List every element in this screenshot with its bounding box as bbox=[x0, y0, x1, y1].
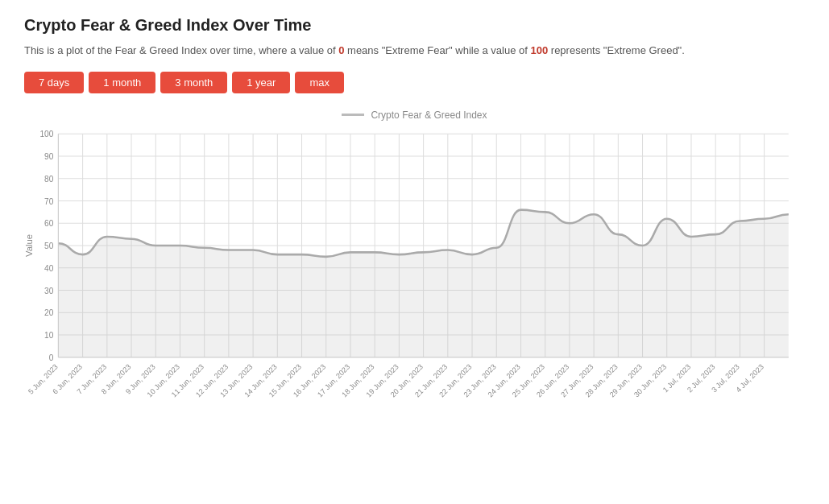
chart-container: Crypto Fear & Greed Index 01020304050607… bbox=[24, 109, 805, 440]
time-range-buttons: 7 days 1 month 3 month 1 year max bbox=[24, 72, 805, 93]
chart-area: 01020304050607080901005 Jun, 20236 Jun, … bbox=[24, 126, 805, 423]
btn-max[interactable]: max bbox=[295, 72, 344, 93]
chart-legend: Crypto Fear & Greed Index bbox=[24, 109, 805, 121]
page-title: Crypto Fear & Greed Index Over Time bbox=[24, 16, 805, 35]
svg-text:100: 100 bbox=[40, 130, 54, 138]
value-zero: 0 bbox=[338, 44, 344, 56]
svg-text:20: 20 bbox=[44, 308, 54, 317]
legend-line-icon bbox=[342, 114, 364, 116]
svg-text:0: 0 bbox=[49, 353, 54, 361]
btn-7days[interactable]: 7 days bbox=[24, 72, 84, 93]
description-text: This is a plot of the Fear & Greed Index… bbox=[24, 43, 805, 59]
btn-3month[interactable]: 3 month bbox=[160, 72, 227, 93]
svg-text:80: 80 bbox=[44, 174, 54, 183]
svg-text:Value: Value bbox=[24, 234, 34, 257]
svg-text:70: 70 bbox=[44, 196, 54, 205]
value-hundred: 100 bbox=[531, 44, 549, 56]
svg-text:90: 90 bbox=[44, 152, 54, 161]
svg-text:50: 50 bbox=[44, 242, 54, 250]
svg-text:40: 40 bbox=[44, 263, 54, 272]
svg-text:60: 60 bbox=[44, 219, 54, 228]
chart-svg: 01020304050607080901005 Jun, 20236 Jun, … bbox=[24, 126, 805, 423]
svg-text:30: 30 bbox=[44, 286, 54, 295]
legend-label: Crypto Fear & Greed Index bbox=[371, 109, 487, 121]
btn-1month[interactable]: 1 month bbox=[89, 72, 155, 93]
svg-text:10: 10 bbox=[44, 331, 54, 340]
btn-1year[interactable]: 1 year bbox=[232, 72, 290, 93]
